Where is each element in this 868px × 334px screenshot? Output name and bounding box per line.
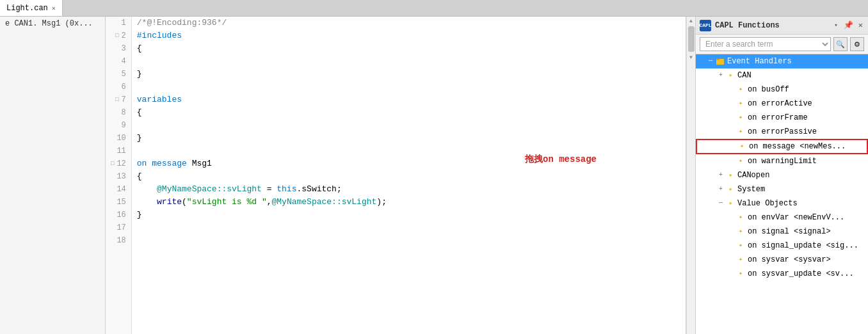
- tree-expander-nm: [728, 139, 737, 154]
- tree-item-value-objects[interactable]: ─ ✦ Value Objects: [696, 196, 868, 211]
- fold-icon-7[interactable]: □: [115, 93, 118, 106]
- line-num-6: 6: [111, 81, 126, 93]
- tree-label-busoff: on busOff: [748, 83, 789, 97]
- tree-label-errorpassive: on errorPassive: [748, 125, 817, 139]
- line-num-3: 3: [111, 42, 126, 55]
- code-line-16[interactable]: }: [137, 209, 680, 221]
- code-line-10[interactable]: }: [137, 132, 680, 145]
- code-line-18[interactable]: [137, 234, 680, 247]
- panel-dropdown-button[interactable]: ▾: [832, 21, 839, 29]
- tree-expander-can[interactable]: +: [716, 68, 725, 83]
- star-icon-sv: ✦: [735, 255, 746, 265]
- code-editor[interactable]: 1 □2 3 4 5 6 □7 8 9 10 11 □12 13 14 15 1…: [106, 17, 686, 334]
- tree-label-event-handlers: Event Handlers: [727, 54, 792, 68]
- tree-container[interactable]: ─ Event Handlers + ✦ CAN ✦: [696, 54, 868, 334]
- code-content: 1 □2 3 4 5 6 □7 8 9 10 11 □12 13 14 15 1…: [106, 17, 686, 334]
- left-sidebar: e CAN1. Msg1 (0x...: [0, 17, 106, 334]
- tree-expander-canopen[interactable]: +: [716, 168, 725, 182]
- code-line-14[interactable]: @MyNameSpace::svLight = this.sSwitch;: [137, 183, 680, 196]
- tree-expander-event-handlers[interactable]: ─: [706, 54, 715, 68]
- line-num-15: 15: [111, 196, 126, 209]
- code-line-4[interactable]: [137, 55, 680, 68]
- tab-label: Light.can: [6, 4, 48, 13]
- search-select[interactable]: Enter a search term: [700, 37, 831, 51]
- sidebar-label: e CAN1. Msg1 (0x...: [0, 17, 105, 31]
- code-line-15[interactable]: write("svLight is %d ",@MyNameSpace::svL…: [137, 196, 680, 209]
- panel-header: CAPL CAPL Functions ▾ 📌 ✕: [696, 17, 868, 35]
- tree-expander-su: [727, 239, 735, 253]
- code-line-13[interactable]: {: [137, 170, 680, 183]
- code-line-17[interactable]: [137, 221, 680, 234]
- scroll-up-arrow[interactable]: ▲: [689, 17, 693, 25]
- fold-icon-2[interactable]: □: [115, 29, 118, 42]
- line-num-17: 17: [111, 221, 126, 234]
- tree-item-on-errorpassive[interactable]: ✦ on errorPassive: [696, 125, 868, 139]
- tree-item-on-envvar[interactable]: ✦ on envVar <newEnvV...: [696, 211, 868, 225]
- fold-icon-12[interactable]: □: [111, 157, 114, 170]
- star-icon-value-objects: ✦: [725, 198, 735, 209]
- tree-expander-value-objects[interactable]: ─: [716, 196, 725, 211]
- star-icon-ep: ✦: [735, 127, 746, 137]
- search-binoculars-button[interactable]: 🔍: [833, 37, 848, 51]
- tree-item-on-sysvar[interactable]: ✦ on sysvar <sysvar>: [696, 253, 868, 267]
- tree-expander-busoff: [727, 83, 735, 97]
- tree-expander-ev: [727, 211, 735, 225]
- code-line-9[interactable]: [137, 119, 680, 132]
- code-line-2[interactable]: #includes: [137, 29, 680, 42]
- code-line-5[interactable]: }: [137, 68, 680, 81]
- tree-item-system[interactable]: + ✦ System: [696, 182, 868, 196]
- line-num-13: 13: [111, 170, 126, 183]
- code-line-6[interactable]: [137, 81, 680, 93]
- tree-item-on-erroractive[interactable]: ✦ on errorActive: [696, 97, 868, 111]
- star-icon-ea: ✦: [735, 99, 746, 109]
- tree-label-warninglimit: on warningLimit: [748, 154, 817, 168]
- tree-expander-wl: [727, 154, 735, 168]
- code-line-1[interactable]: /*@!Encoding:936*/: [137, 17, 680, 29]
- search-extra-button[interactable]: ⚙: [850, 37, 864, 51]
- line-num-10: 10: [111, 132, 126, 145]
- tree-item-on-message-newmes[interactable]: ✦ on message <newMes...: [696, 139, 868, 154]
- panel-close-button[interactable]: ✕: [857, 19, 864, 31]
- tree-label-sysvar-update: on sysvar_update <sv...: [748, 267, 854, 281]
- code-line-3[interactable]: {: [137, 42, 680, 55]
- tree-item-canopen[interactable]: + ✦ CANopen: [696, 168, 868, 182]
- tree-expander-ep: [727, 125, 735, 139]
- tree-expander-system[interactable]: +: [716, 182, 725, 196]
- pin-button[interactable]: 📌: [844, 20, 853, 30]
- star-icon-can: ✦: [725, 70, 735, 81]
- tab-light-can[interactable]: Light.can ✕: [0, 0, 63, 16]
- scroll-thumb[interactable]: [688, 26, 695, 52]
- star-icon-ef: ✦: [735, 113, 746, 123]
- tree-label-signal-update: on signal_update <sig...: [748, 239, 858, 253]
- line-numbers: 1 □2 3 4 5 6 □7 8 9 10 11 □12 13 14 15 1…: [106, 17, 132, 334]
- line-num-18: 18: [111, 234, 126, 247]
- star-icon-svu: ✦: [735, 269, 746, 279]
- tab-close-button[interactable]: ✕: [52, 4, 56, 12]
- code-line-8[interactable]: {: [137, 106, 680, 119]
- line-num-14: 14: [111, 183, 126, 196]
- tree-item-can[interactable]: + ✦ CAN: [696, 68, 868, 83]
- line-num-11: 11: [111, 145, 126, 157]
- tree-item-on-busoff[interactable]: ✦ on busOff: [696, 83, 868, 97]
- tree-label-can: CAN: [737, 68, 751, 83]
- tree-label-canopen: CANopen: [737, 168, 769, 182]
- star-icon-wl: ✦: [735, 156, 746, 166]
- capl-logo: CAPL: [700, 20, 711, 31]
- tree-item-on-warninglimit[interactable]: ✦ on warningLimit: [696, 154, 868, 168]
- tree-item-on-sysvar-update[interactable]: ✦ on sysvar_update <sv...: [696, 267, 868, 281]
- code-line-11[interactable]: [137, 145, 680, 157]
- code-line-12[interactable]: on message Msg1: [137, 157, 680, 170]
- line-num-2: □2: [111, 29, 126, 42]
- tree-label-signal: on signal <signal>: [748, 225, 831, 239]
- folder-icon: [715, 56, 725, 67]
- tree-label-erroractive: on errorActive: [748, 97, 812, 111]
- scroll-down-arrow[interactable]: ▼: [689, 53, 693, 61]
- tree-item-event-handlers[interactable]: ─ Event Handlers: [696, 54, 868, 68]
- tree-item-on-signal[interactable]: ✦ on signal <signal>: [696, 225, 868, 239]
- tree-item-on-signal-update[interactable]: ✦ on signal_update <sig...: [696, 239, 868, 253]
- vertical-scrollbar[interactable]: ▲ ▼: [686, 17, 695, 334]
- tree-item-on-errorframe[interactable]: ✦ on errorFrame: [696, 111, 868, 125]
- search-bar: Enter a search term 🔍 ⚙: [696, 35, 868, 54]
- panel-title: CAPL Functions: [715, 21, 828, 30]
- code-line-7[interactable]: variables: [137, 93, 680, 106]
